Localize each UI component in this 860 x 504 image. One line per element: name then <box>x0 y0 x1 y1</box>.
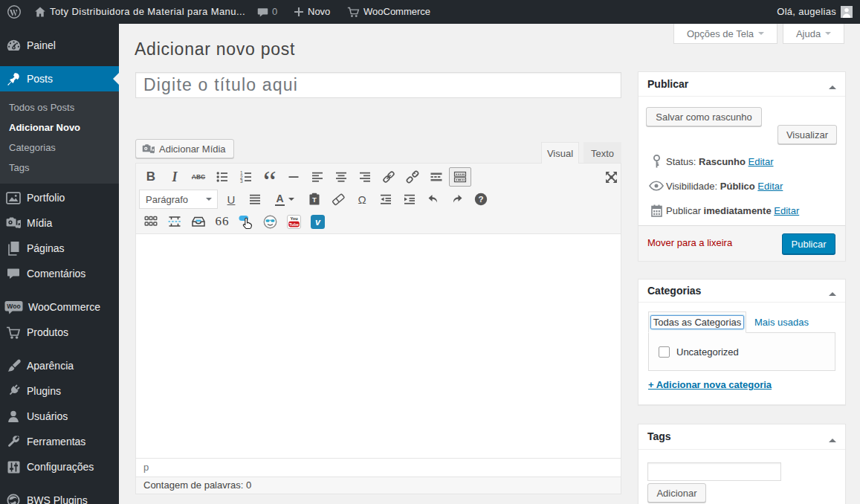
svg-text:You: You <box>290 216 298 221</box>
svg-text:?: ? <box>478 195 483 204</box>
svg-text:T: T <box>312 196 317 204</box>
svg-text:v: v <box>315 217 321 227</box>
svg-text:3: 3 <box>240 178 243 184</box>
svg-text:Woo: Woo <box>7 303 20 310</box>
svg-text:“: “ <box>263 169 277 184</box>
svg-text:Tube: Tube <box>289 222 299 226</box>
